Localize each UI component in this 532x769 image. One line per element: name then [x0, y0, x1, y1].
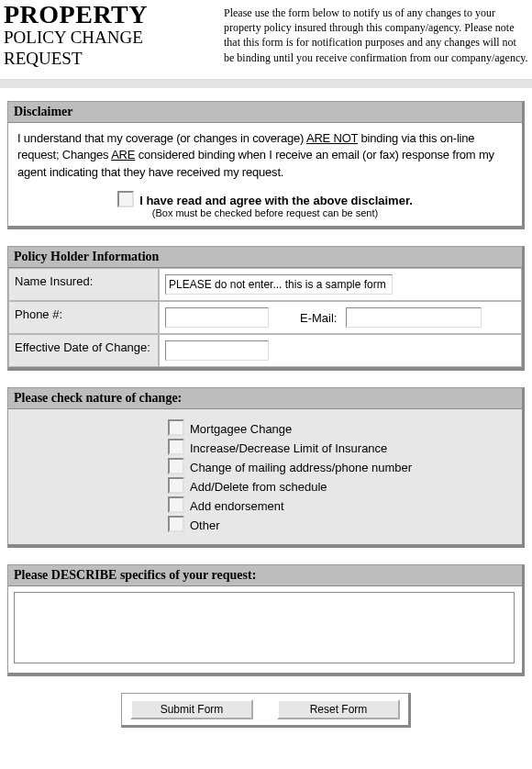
disclaimer-u1: ARE NOT	[306, 131, 358, 145]
effective-date-input[interactable]	[165, 340, 269, 361]
email-label: E-Mail:	[300, 311, 337, 325]
nature-item-5: Other	[190, 518, 220, 532]
disclaimer-heading: Disclaimer	[8, 102, 522, 123]
describe-panel: Please DESCRIBE specifics of your reques…	[7, 564, 525, 676]
agree-note: (Box must be checked before request can …	[8, 207, 522, 218]
email-input[interactable]	[346, 307, 482, 328]
nature-checkbox-4[interactable]	[168, 496, 184, 513]
nature-checkbox-1[interactable]	[168, 439, 184, 455]
nature-checkbox-0[interactable]	[168, 419, 184, 436]
disclaimer-panel: Disclaimer I understand that my coverage…	[7, 101, 525, 230]
reset-button[interactable]: Reset Form	[277, 699, 400, 719]
page-header: PROPERTY POLICY CHANGE REQUEST Please us…	[0, 0, 532, 75]
policy-heading: Policy Holder Information	[8, 247, 522, 268]
nature-checkbox-5[interactable]	[168, 516, 184, 532]
name-insured-input[interactable]	[165, 274, 393, 295]
disclaimer-u2: ARE	[111, 148, 135, 162]
phone-input[interactable]	[165, 307, 269, 328]
agree-checkbox[interactable]	[117, 191, 134, 207]
effective-date-label: Effective Date of Change:	[8, 334, 159, 367]
agree-label: I have read and agree with the above dis…	[139, 194, 413, 207]
disclaimer-pre: I understand that my coverage (or change…	[17, 131, 306, 145]
nature-checkbox-2[interactable]	[168, 458, 184, 474]
divider	[0, 79, 532, 88]
nature-item-2: Change of mailing address/phone number	[190, 461, 412, 474]
nature-heading: Please check nature of change:	[8, 388, 522, 409]
describe-heading: Please DESCRIBE specifics of your reques…	[8, 565, 522, 586]
page-title: PROPERTY	[4, 2, 224, 28]
button-bar: Submit Form Reset Form	[121, 693, 411, 728]
name-insured-label: Name Insured:	[8, 268, 159, 301]
nature-item-0: Mortgagee Change	[190, 422, 292, 436]
disclaimer-text: I understand that my coverage (or change…	[8, 123, 522, 188]
intro-text: Please use the form below to notify us o…	[224, 2, 528, 70]
nature-panel: Please check nature of change: Mortgagee…	[7, 387, 525, 548]
phone-label: Phone #:	[8, 301, 159, 334]
submit-button[interactable]: Submit Form	[130, 699, 253, 719]
nature-item-1: Increase/Decrease Limit of Insurance	[190, 441, 387, 455]
page-subtitle: POLICY CHANGE REQUEST	[4, 28, 224, 70]
policy-panel: Policy Holder Information Name Insured: …	[7, 246, 525, 371]
describe-textarea[interactable]	[14, 592, 515, 663]
nature-checkbox-3[interactable]	[168, 477, 184, 494]
nature-item-3: Add/Delete from schedule	[190, 480, 327, 494]
nature-item-4: Add endorsement	[190, 499, 284, 513]
